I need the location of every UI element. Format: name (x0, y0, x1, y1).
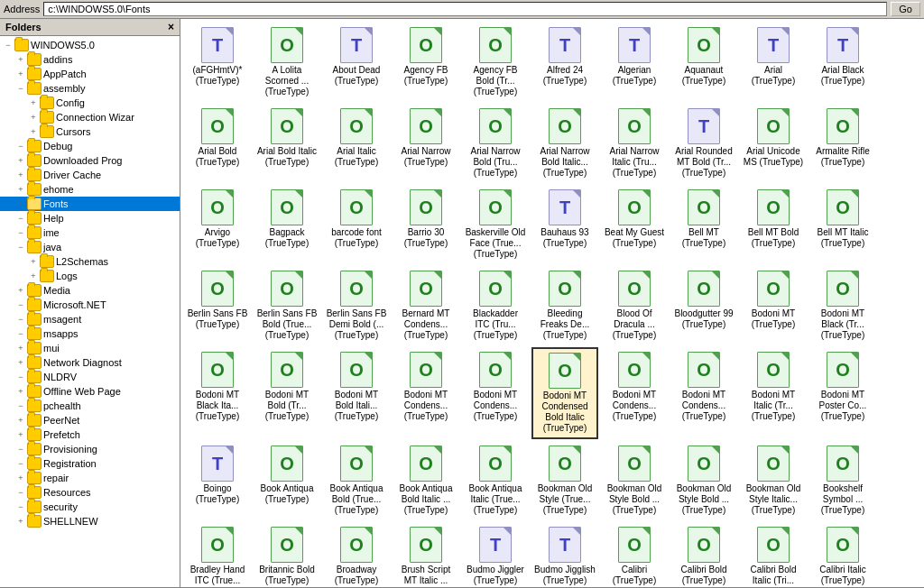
sidebar-item-security[interactable]: −security (0, 500, 180, 514)
sidebar-item-connectionwizard[interactable]: +Connection Wizar (0, 110, 180, 124)
file-item[interactable]: OBlackadder ITC (Tru... (TrueType) (462, 266, 529, 345)
file-item[interactable]: OBleeding Freaks De... (TrueType) (531, 266, 598, 345)
file-item[interactable]: OBernard MT Condens... (TrueType) (393, 266, 459, 345)
file-item[interactable]: OBlood Of Dracula ... (TrueType) (601, 266, 668, 345)
file-item[interactable]: OArial Unicode MS (TrueType) (740, 104, 807, 183)
sidebar-item-provisioning[interactable]: −Provisioning (0, 442, 180, 456)
file-item[interactable]: OArial Bold Italic (TrueType) (254, 104, 320, 183)
file-item[interactable]: OBarrio 30 (TrueType) (393, 185, 459, 264)
sidebar-item-logs[interactable]: +Logs (0, 269, 180, 283)
file-item[interactable]: OBerlin Sans FB Bold (True... (TrueType) (254, 266, 320, 345)
sidebar-item-resources[interactable]: −Resources (0, 485, 180, 500)
file-item[interactable]: OBodoni MT Black (Tr... (TrueType) (809, 266, 876, 345)
sidebar-item-nldrv[interactable]: −NLDRV (0, 370, 180, 384)
sidebar-item-peernet[interactable]: +PeerNet (0, 413, 180, 427)
file-item[interactable]: OBook Antiqua Bold Italic ... (TrueType) (393, 441, 459, 520)
sidebar-item-media[interactable]: +Media (0, 283, 180, 298)
sidebar-item-networkdiag[interactable]: +Network Diagnost (0, 355, 180, 370)
sidebar-item-addins[interactable]: +addins (0, 52, 180, 67)
file-item[interactable]: OBell MT Bold (TrueType) (740, 185, 807, 264)
sidebar-item-shellnew[interactable]: +SHELLNEW (0, 514, 180, 528)
address-input[interactable] (43, 2, 887, 16)
file-item[interactable]: OBagpack (TrueType) (254, 185, 320, 264)
file-item[interactable]: TAlfred 24 (TrueType) (531, 23, 598, 102)
file-item[interactable]: OArmalite Rifle (TrueType) (809, 104, 876, 183)
sidebar-item-debug[interactable]: −Debug (0, 139, 180, 153)
sidebar-item-fonts[interactable]: +Fonts (0, 197, 180, 211)
file-item[interactable]: OArial Narrow Bold (Tru... (TrueType) (462, 104, 529, 183)
file-item[interactable]: OBerlin Sans FB (TrueType) (184, 266, 251, 345)
file-item[interactable]: OBook Antiqua (TrueType) (254, 441, 320, 520)
file-item[interactable]: OArial Italic (TrueType) (323, 104, 390, 183)
sidebar-item-ime[interactable]: −ime (0, 225, 180, 240)
file-item[interactable]: OBell MT Italic (TrueType) (809, 185, 876, 264)
file-item[interactable]: T(aFGHmtV)* (TrueType) (184, 23, 251, 102)
file-item[interactable]: OBookshelf Symbol ... (TrueType) (809, 441, 876, 520)
file-item[interactable]: OBradley Hand ITC (True... (TrueType) (184, 522, 251, 587)
file-item[interactable]: TArial Black (TrueType) (809, 23, 876, 102)
file-item[interactable]: TArial Rounded MT Bold (Tr... (TrueType) (670, 104, 737, 183)
sidebar-item-ehome[interactable]: +ehome (0, 182, 180, 197)
sidebar-item-mui[interactable]: +mui (0, 341, 180, 355)
file-item[interactable]: OArial Narrow Italic (Tru... (TrueType) (601, 104, 668, 183)
file-item[interactable]: OCalibri Bold (TrueType) (670, 522, 737, 587)
file-item[interactable]: OBodoni MT Italic (Tr... (TrueType) (740, 347, 807, 439)
file-item[interactable]: OBeat My Guest (TrueType) (601, 185, 668, 264)
file-item[interactable]: OBookman Old Style Bold ... (TrueType) (670, 441, 737, 520)
sidebar-item-registration[interactable]: −Registration (0, 456, 180, 471)
sidebar-item-java[interactable]: −java (0, 240, 180, 254)
sidebar-item-offlinewebpage[interactable]: +Offline Web Page (0, 384, 180, 399)
file-item[interactable]: OBodoni MT Condens... (TrueType) (462, 347, 529, 439)
sidebar-item-downloadedprog[interactable]: +Downloaded Prog (0, 153, 180, 168)
sidebar-item-prefetch[interactable]: +Prefetch (0, 427, 180, 442)
file-item[interactable]: OAgency FB Bold (Tr... (TrueType) (462, 23, 529, 102)
file-item[interactable]: OBodoni MT Condens... (TrueType) (601, 347, 668, 439)
sidebar-item-microsoftnet[interactable]: −Microsoft.NET (0, 298, 180, 312)
file-item[interactable]: OCalibri Italic (TrueType) (809, 522, 876, 587)
sidebar-item-pchealth[interactable]: −pchealth (0, 399, 180, 413)
file-item[interactable]: OBodoni MT Condens... (TrueType) (393, 347, 459, 439)
file-item[interactable]: TBudmo Jiggler (TrueType) (462, 522, 529, 587)
sidebar-item-l2schemas[interactable]: +L2Schemas (0, 254, 180, 269)
files-panel[interactable]: T(aFGHmtV)* (TrueType)OA Lolita Scorned … (180, 19, 924, 587)
file-item[interactable]: TBoingo (TrueType) (184, 441, 251, 520)
file-item[interactable]: TAlgerian (TrueType) (601, 23, 668, 102)
file-item[interactable]: OBookman Old Style Bold ... (TrueType) (601, 441, 668, 520)
file-item[interactable]: OBook Antiqua Italic (True... (TrueType) (462, 441, 529, 520)
file-item[interactable]: TArial (TrueType) (740, 23, 807, 102)
file-item[interactable]: OCalibri Bold Italic (Tri... (TrueType) (740, 522, 807, 587)
file-item[interactable]: OCalibri (TrueType) (601, 522, 668, 587)
sidebar-item-help[interactable]: −Help (0, 211, 180, 225)
file-item[interactable]: Obarcode font (TrueType) (323, 185, 390, 264)
file-item[interactable]: OBookman Old Style Italic... (TrueType) (740, 441, 807, 520)
sidebar-item-drivercache[interactable]: +Driver Cache (0, 168, 180, 182)
file-item[interactable]: OA Lolita Scorned ... (TrueType) (254, 23, 320, 102)
folders-tree[interactable]: −WINDOWS5.0+addins+AppPatch−assembly+Con… (0, 36, 180, 587)
sidebar-item-assembly[interactable]: −assembly (0, 81, 180, 96)
file-item[interactable]: OAquanaut (TrueType) (670, 23, 737, 102)
file-item[interactable]: TBudmo Jigglish (TrueType) (531, 522, 598, 587)
file-item[interactable]: OArial Narrow (TrueType) (393, 104, 459, 183)
file-item[interactable]: OBerlin Sans FB Demi Bold (... (TrueType… (323, 266, 390, 345)
file-item[interactable]: OBrush Script MT Italic ... (TrueType) (393, 522, 459, 587)
go-button[interactable]: Go (891, 2, 920, 16)
file-item[interactable]: OAgency FB (TrueType) (393, 23, 459, 102)
file-item[interactable]: OBodoni MT (TrueType) (740, 266, 807, 345)
file-item[interactable]: OBookman Old Style (True... (TrueType) (531, 441, 598, 520)
sidebar-item-cursors[interactable]: +Cursors (0, 124, 180, 139)
file-item[interactable]: TBauhaus 93 (TrueType) (531, 185, 598, 264)
file-item[interactable]: OBook Antiqua Bold (True... (TrueType) (323, 441, 390, 520)
file-item[interactable]: OArial Bold (TrueType) (184, 104, 251, 183)
file-item[interactable]: OBodoni MT Bold (Tr... (TrueType) (254, 347, 320, 439)
sidebar-item-msagent[interactable]: −msagent (0, 312, 180, 326)
sidebar-item-windows[interactable]: −WINDOWS5.0 (0, 38, 180, 52)
file-item[interactable]: OBodoni MT Condens... (TrueType) (670, 347, 737, 439)
sidebar-item-config[interactable]: +Config (0, 96, 180, 110)
file-item[interactable]: OBaskerville Old Face (True... (TrueType… (462, 185, 529, 264)
file-item[interactable]: OBodoni MT Black Ita... (TrueType) (184, 347, 251, 439)
file-item[interactable]: OBodoni MT Poster Co... (TrueType) (809, 347, 876, 439)
file-item[interactable]: TAbout Dead (TrueType) (323, 23, 390, 102)
sidebar-item-apppatch[interactable]: +AppPatch (0, 67, 180, 81)
file-item[interactable]: OArvigo (TrueType) (184, 185, 251, 264)
file-item[interactable]: OBodoni MT Bold Itali... (TrueType) (323, 347, 390, 439)
